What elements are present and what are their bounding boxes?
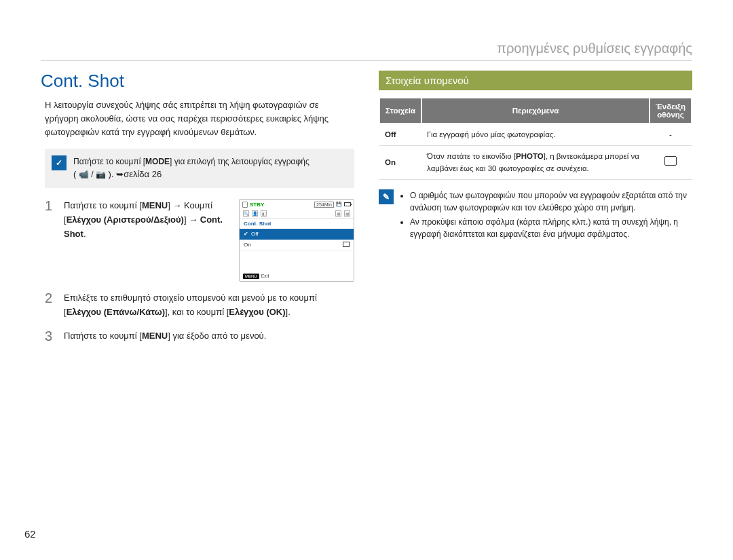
battery-icon xyxy=(344,202,351,206)
row-off-desc: Για εγγραφή μόνο μίας φωτογραφίας. xyxy=(421,124,650,146)
row-on-text-a: Όταν πατάτε το εικονίδιο [ xyxy=(427,152,516,160)
contshot-display-icon xyxy=(664,156,677,166)
s2-text3: ]. xyxy=(286,307,290,317)
lcd-option-on: On xyxy=(240,240,354,250)
note-icon: ✎ xyxy=(379,189,394,204)
contshot-small-icon xyxy=(343,242,350,247)
step-3: 3 Πατήστε το κουμπί [MENU] για έξοδο από… xyxy=(45,329,354,343)
check-icon: ✓ xyxy=(52,155,67,170)
video-icon: ( xyxy=(73,169,79,179)
tip-post: ] για επιλογή της λειτουργίας εγγραφής xyxy=(170,157,309,166)
page-number: 62 xyxy=(24,528,36,540)
step-2-body: Επιλέξτε το επιθυμητό στοιχείο υπομενού … xyxy=(64,291,354,320)
mode-tip-box: ✓ Πατήστε το κουμπί [MODE] για επιλογή τ… xyxy=(45,149,354,188)
camera-lcd-mock: STBY 254Min 💾 🔍 👤 ◧ xyxy=(239,199,354,282)
note-list: Ο αριθμός των φωτογραφιών που μπορούν να… xyxy=(400,189,692,242)
s1-text: Πατήστε το κουμπί [ xyxy=(64,200,142,210)
s2-ctrl-ud: Ελέγχου (Επάνω/Κάτω) xyxy=(67,307,165,317)
lcd-exit-label: Exit xyxy=(261,274,269,278)
intro-paragraph: Η λειτουργία συνεχούς λήψης σάς επιτρέπε… xyxy=(45,98,346,139)
row-off-disp: - xyxy=(650,124,692,146)
lcd-time: 254Min xyxy=(314,202,334,208)
s1-menu: MENU xyxy=(142,200,168,210)
zoom-icon: 🔍 xyxy=(243,210,249,217)
step-3-body: Πατήστε το κουμπί [MENU] για έξοδο από τ… xyxy=(64,329,354,343)
row-on-disp xyxy=(650,146,692,180)
lcd-title: Cont. Shot xyxy=(240,219,354,229)
tip-mode: MODE xyxy=(145,157,170,166)
step-2: 2 Επιλέξτε το επιθυμητό στοιχείο υπομενο… xyxy=(45,291,354,320)
lcd-on-label: On xyxy=(244,242,251,248)
lcd-off-label: Off xyxy=(251,231,259,237)
person-icon: 👤 xyxy=(252,210,258,217)
card-small-icon: 💾 xyxy=(336,202,342,207)
table-row: Off Για εγγραφή μόνο μίας φωτογραφίας. - xyxy=(379,124,692,146)
s2-ctrl-ok: Ελέγχου (ΟΚ) xyxy=(229,307,285,317)
note-item: Ο αριθμός των φωτογραφιών που μπορούν να… xyxy=(410,189,692,214)
s3-menu: MENU xyxy=(142,331,168,341)
row-off-item: Off xyxy=(379,124,421,146)
tip-pre: Πατήστε το κουμπί [ xyxy=(73,157,145,166)
grid-icon: ▦ xyxy=(344,210,350,217)
lcd-top-row: STBY 254Min 💾 xyxy=(240,200,354,209)
submenu-heading: Στοιχεία υπομενού xyxy=(379,71,692,90)
s2-text2: ], και το κουμπί [ xyxy=(165,307,229,317)
step-number: 1 xyxy=(45,199,56,212)
lcd-stby: STBY xyxy=(250,202,264,208)
camera-glyph: 📷 xyxy=(96,170,106,179)
th-items: Στοιχεία xyxy=(379,98,421,124)
s3-text2: ] για έξοδο από το μενού. xyxy=(168,331,266,341)
s1-period: . xyxy=(83,229,86,239)
step-number: 3 xyxy=(45,329,56,343)
scn-icon: ▦ xyxy=(335,210,341,217)
menu-badge: MENU xyxy=(243,274,259,279)
step-number: 2 xyxy=(45,291,56,305)
lcd-option-off: ✔ Off xyxy=(240,229,354,240)
lcd-icon-row: 🔍 👤 ◧ ▦ ▦ xyxy=(240,209,354,219)
row-on-photo: PHOTO xyxy=(516,152,544,160)
s1-text3: ] → xyxy=(184,214,200,225)
note-box: ✎ Ο αριθμός των φωτογραφιών που μπορούν … xyxy=(379,189,692,242)
card-icon xyxy=(242,202,248,208)
th-display: Ένδειξη οθόνης xyxy=(650,98,692,124)
submenu-table: Στοιχεία Περιεχόμενα Ένδειξη οθόνης Off … xyxy=(379,97,692,180)
row-on-desc: Όταν πατάτε το εικονίδιο [PHOTO], η βιντ… xyxy=(421,146,650,180)
th-contents: Περιεχόμενα xyxy=(421,98,650,124)
page-ref: ). ➥σελίδα 26 xyxy=(106,169,162,179)
step-1-body: Πατήστε το κουμπί [MENU] → Κουμπί [Ελέγχ… xyxy=(64,199,229,241)
section-title: Cont. Shot xyxy=(41,71,354,92)
shield-icon: ◧ xyxy=(261,210,267,217)
video-glyph: 📹 xyxy=(79,170,89,179)
s3-text: Πατήστε το κουμπί [ xyxy=(64,331,142,341)
running-head: προηγμένες ρυθμίσεις εγγραφής xyxy=(41,41,692,61)
table-row: On Όταν πατάτε το εικονίδιο [PHOTO], η β… xyxy=(379,146,692,180)
note-item: Αν προκύψει κάποιο σφάλμα (κάρτα πλήρης … xyxy=(410,216,692,240)
row-on-item: On xyxy=(379,146,421,180)
s1-ctrl-lr: Ελέγχου (Αριστερού/Δεξιού) xyxy=(67,214,184,225)
tip-text: Πατήστε το κουμπί [MODE] για επιλογή της… xyxy=(73,155,309,181)
step-1: 1 Πατήστε το κουμπί [MENU] → Κουμπί [Ελέ… xyxy=(45,199,354,282)
lcd-bottom-row: MENU Exit xyxy=(240,272,354,281)
check-small-icon: ✔ xyxy=(244,231,248,237)
